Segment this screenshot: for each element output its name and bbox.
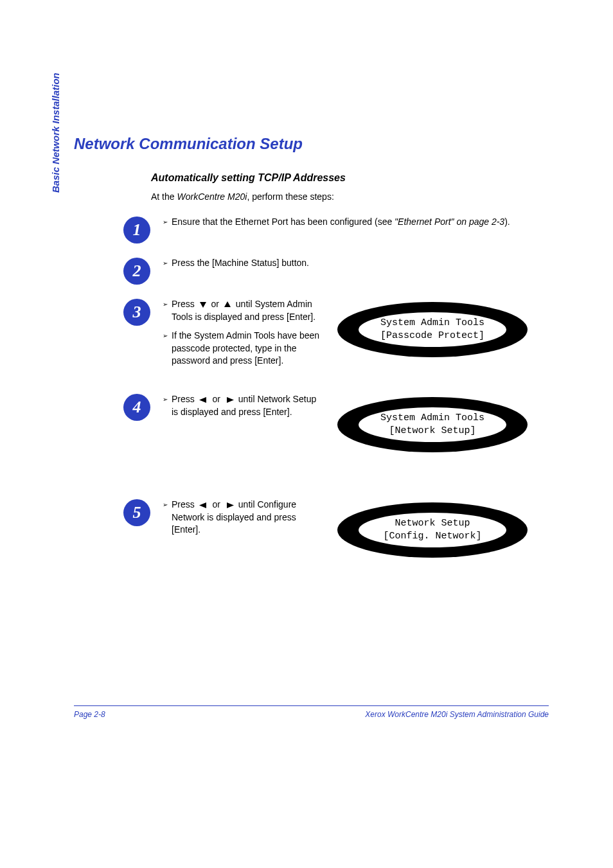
footer-page-number: Page 2-8: [74, 710, 105, 719]
lcd-line-1: System Admin Tools: [380, 412, 484, 425]
step-number-badge: 5: [123, 499, 151, 527]
lcd-line-1: System Admin Tools: [380, 317, 484, 330]
sidebar-section-label: Basic Network Installation: [50, 73, 61, 193]
bullet-chevron-icon: ➢: [163, 257, 172, 270]
lcd-line-2: [Network Setup]: [389, 425, 475, 438]
intro-prefix: At the: [151, 191, 177, 202]
step-text-prefix: Press: [172, 394, 197, 404]
step-text-mid: or: [213, 394, 223, 404]
step-5: 5 ➢ Press or until Configure Network is …: [74, 499, 549, 559]
bullet-chevron-icon: ➢: [163, 216, 172, 229]
lcd-line-1: Network Setup: [395, 517, 470, 530]
step-number-badge: 1: [123, 216, 151, 244]
step-number: 3: [123, 298, 151, 326]
step-bullet: ➢ If the System Admin Tools have been pa…: [163, 330, 323, 368]
step-number: 2: [123, 257, 151, 285]
lcd-line-2: [Passcode Protect]: [380, 330, 484, 342]
main-content: Network Communication Setup Automaticall…: [74, 135, 549, 572]
intro-device: WorkCentre M20i: [177, 191, 247, 202]
step-reference: "Ethernet Port" on page 2-3: [395, 217, 504, 227]
page-heading: Network Communication Setup: [74, 135, 549, 153]
step-number-badge: 2: [123, 257, 151, 285]
step-bullet: ➢ Ensure that the Ethernet Port has been…: [163, 216, 522, 229]
footer-doc-title: Xerox WorkCentre M20i System Administrat…: [365, 710, 549, 719]
bullet-chevron-icon: ➢: [163, 330, 172, 368]
lcd-display: Network Setup [Config. Network]: [336, 501, 529, 559]
svg-marker-4: [224, 301, 231, 307]
svg-marker-13: [199, 502, 206, 508]
up-arrow-icon: [224, 301, 231, 308]
step-number: 4: [123, 393, 151, 421]
step-text-suffix: ).: [504, 217, 510, 227]
step-number-badge: 4: [123, 393, 151, 421]
step-bullet: ➢ Press or until Configure Network is di…: [163, 499, 323, 536]
left-arrow-icon: [199, 396, 208, 403]
step-number: 1: [123, 216, 151, 244]
step-number: 5: [123, 499, 151, 527]
step-1: 1 ➢ Ensure that the Ethernet Port has be…: [74, 216, 549, 244]
intro-suffix: , perform these steps:: [247, 191, 333, 202]
lcd-display: System Admin Tools [Passcode Protect]: [336, 301, 529, 359]
svg-marker-9: [227, 397, 234, 403]
step-2: 2 ➢ Press the [Machine Status] button.: [74, 257, 549, 285]
lcd-line-2: [Config. Network]: [383, 530, 481, 543]
step-text: If the System Admin Tools have been pass…: [172, 330, 323, 368]
step-text-prefix: Press: [172, 299, 197, 309]
page-footer: Page 2-8 Xerox WorkCentre M20i System Ad…: [74, 705, 549, 719]
step-text: Press the [Machine Status] button.: [172, 257, 309, 270]
right-arrow-icon: [225, 502, 234, 509]
bullet-chevron-icon: ➢: [163, 393, 172, 418]
intro-text: At the WorkCentre M20i, perform these st…: [151, 191, 549, 202]
bullet-chevron-icon: ➢: [163, 499, 172, 536]
step-number-badge: 3: [123, 298, 151, 326]
step-bullet: ➢ Press or until System Admin Tools is d…: [163, 298, 323, 323]
footer-divider: [74, 705, 549, 706]
step-4: 4 ➢ Press or until Network Setup is disp…: [74, 393, 549, 454]
right-arrow-icon: [225, 396, 234, 403]
lcd-display: System Admin Tools [Network Setup]: [336, 396, 529, 454]
bullet-chevron-icon: ➢: [163, 298, 172, 323]
step-text-mid: or: [211, 299, 222, 309]
step-bullet: ➢ Press the [Machine Status] button.: [163, 257, 522, 270]
down-arrow-icon: [199, 301, 207, 308]
section-subheading: Automatically setting TCP/IP Addresses: [151, 172, 549, 184]
step-text: Ensure that the Ethernet Port has been c…: [172, 217, 395, 227]
step-text-prefix: Press: [172, 499, 197, 509]
svg-marker-14: [227, 502, 234, 508]
step-bullet: ➢ Press or until Network Setup is displa…: [163, 393, 323, 418]
svg-marker-3: [200, 302, 206, 308]
left-arrow-icon: [199, 502, 208, 509]
step-text-mid: or: [213, 499, 223, 509]
svg-marker-8: [199, 397, 206, 403]
step-3: 3 ➢ Press or until System Admin Tools is…: [74, 298, 549, 374]
